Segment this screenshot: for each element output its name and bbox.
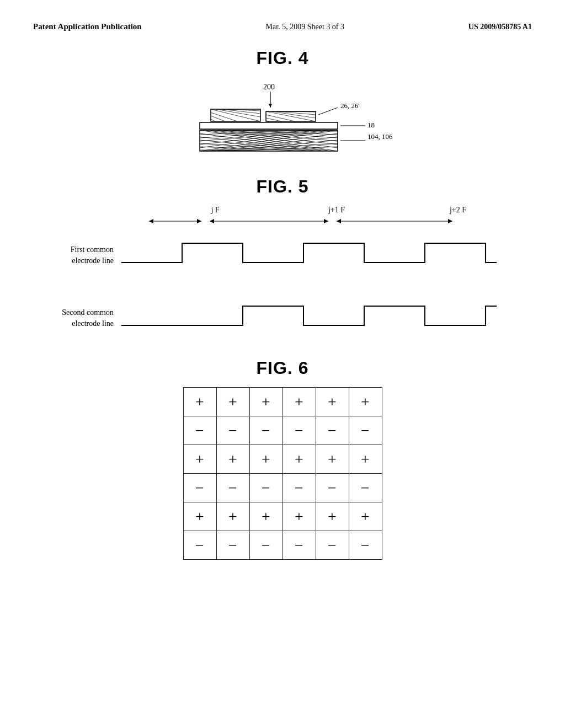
first-electrode-waveform [121,232,532,279]
grid-cell: + [216,388,249,416]
header-right: US 2009/058785 A1 [468,23,532,31]
frame-label-j2: j+2 F [397,206,519,215]
fig5-title: FIG. 5 [33,176,532,197]
grid-cell: + [249,502,282,531]
grid-cell: + [316,388,349,416]
grid-row: ++++++ [183,502,382,531]
svg-line-16 [266,118,281,121]
grid-cell: − [216,531,249,560]
fig4-title: FIG. 4 [33,48,532,68]
grid-cell: − [316,531,349,560]
frame-label-j1: j+1 F [276,206,397,215]
grid-cell: − [249,531,282,560]
grid-cell: + [316,502,349,531]
svg-marker-56 [337,219,341,223]
grid-cell: + [249,388,282,416]
frame-arrows-svg [143,216,519,227]
grid-cell: − [316,416,349,445]
svg-marker-51 [197,219,201,223]
grid-cell: − [183,416,216,445]
grid-cell: − [282,416,316,445]
svg-marker-53 [210,219,214,223]
second-electrode-label: Second commonelectrode line [33,295,121,329]
grid-cell: − [183,531,216,560]
svg-line-7 [211,113,237,121]
svg-marker-57 [448,219,452,223]
grid-cell: + [216,502,249,531]
first-electrode-row: First commonelectrode line [33,232,532,279]
fig4-ref104: 104, 106 [367,132,393,141]
header-center: Mar. 5, 2009 Sheet 3 of 3 [266,23,344,31]
frame-labels-row: j F j+1 F j+2 F [33,206,519,215]
grid-row: −−−−−− [183,474,382,502]
grid-cell: + [349,445,382,474]
second-electrode-row: Second commonelectrode line [33,295,532,341]
grid-cell: + [282,502,316,531]
svg-line-44 [212,137,338,151]
grid-cell: − [349,531,382,560]
fig6-grid-container: ++++++−−−−−−++++++−−−−−−++++++−−−−−− [33,387,532,560]
svg-line-18 [318,108,338,115]
grid-cell: + [216,445,249,474]
svg-line-3 [211,109,260,121]
grid-row: −−−−−− [183,416,382,445]
fig6-title: FIG. 6 [33,358,532,378]
svg-marker-1 [269,104,272,108]
grid-cell: + [349,502,382,531]
grid-cell: − [249,416,282,445]
grid-cell: + [282,388,316,416]
first-waveform-svg [121,232,497,276]
grid-cell: − [282,531,316,560]
svg-marker-50 [149,219,153,223]
grid-cell: − [249,474,282,502]
frame-label-j: j F [143,206,276,215]
grid-cell: + [183,388,216,416]
grid-cell: − [183,474,216,502]
grid-cell: − [349,474,382,502]
fig6-grid: ++++++−−−−−−++++++−−−−−−++++++−−−−−− [183,387,382,560]
first-electrode-label: First commonelectrode line [33,232,121,266]
fig4-diagram-container: 200 [33,77,532,165]
header-left: Patent Application Publication [33,22,142,31]
grid-cell: + [249,445,282,474]
grid-cell: − [316,474,349,502]
grid-cell: − [282,474,316,502]
grid-row: ++++++ [183,445,382,474]
grid-row: −−−−−− [183,531,382,560]
svg-rect-19 [200,122,338,129]
grid-cell: − [216,474,249,502]
grid-cell: − [349,416,382,445]
fig4-diagram: 200 [178,77,387,165]
grid-cell: − [216,416,249,445]
fig4-ref26: 26, 26' [340,101,360,110]
grid-cell: + [282,445,316,474]
grid-cell: + [316,445,349,474]
grid-cell: + [349,388,382,416]
fig4-svg: 200 [178,77,409,171]
grid-row: ++++++ [183,388,382,416]
fig6-section: FIG. 6 ++++++−−−−−−++++++−−−−−−++++++−−−… [33,358,532,560]
fig4-ref18: 18 [367,121,375,129]
svg-marker-54 [324,219,328,223]
page: Patent Application Publication Mar. 5, 2… [0,0,565,728]
svg-line-15 [266,115,295,121]
grid-cell: + [183,502,216,531]
second-waveform-svg [121,295,497,339]
fig4-ref200: 200 [263,83,275,91]
page-header: Patent Application Publication Mar. 5, 2… [33,22,532,31]
fig5-section: FIG. 5 j F j+1 F j+2 F [33,176,532,341]
grid-cell: + [183,445,216,474]
fig4-section: FIG. 4 200 [33,48,532,165]
second-electrode-waveform [121,295,532,341]
frame-arrows-row [33,216,519,229]
